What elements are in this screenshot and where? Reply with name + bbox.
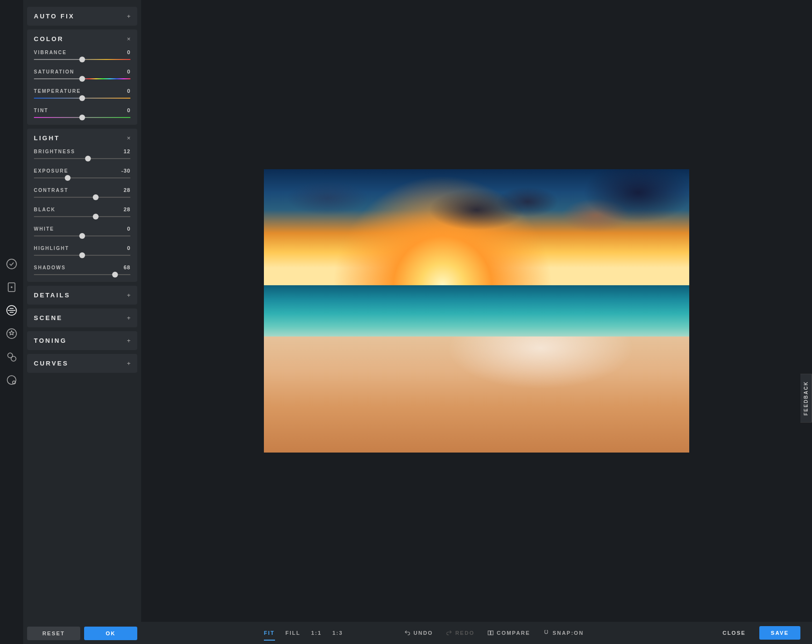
- feedback-tab[interactable]: FEEDBACK: [800, 374, 812, 423]
- slider-contrast: CONTRAST28: [34, 187, 130, 198]
- zoom-1-1[interactable]: 1:1: [311, 630, 322, 636]
- slider-track[interactable]: [34, 177, 130, 178]
- effects-icon[interactable]: [5, 327, 18, 340]
- panel-content: VIBRANCE0SATURATION0TEMPERATURE0TINT0: [34, 49, 130, 118]
- redo-button: REDO: [446, 629, 475, 636]
- panel-header[interactable]: AUTO FIX+: [34, 13, 130, 20]
- plus-icon[interactable]: +: [127, 292, 130, 299]
- shapes-icon[interactable]: [5, 351, 18, 363]
- close-icon[interactable]: ×: [127, 35, 130, 43]
- panel-header[interactable]: SCENE+: [34, 314, 130, 322]
- zoom-fill[interactable]: FILL: [286, 630, 301, 636]
- svg-rect-1: [8, 283, 15, 292]
- wand-icon[interactable]: [5, 258, 18, 270]
- slider-thumb[interactable]: [79, 76, 85, 82]
- panel-header[interactable]: DETAILS+: [34, 292, 130, 299]
- close-button[interactable]: CLOSE: [716, 626, 753, 640]
- slider-value: 0: [127, 88, 130, 94]
- panel-details: DETAILS+: [27, 286, 137, 305]
- slider-track[interactable]: [34, 59, 130, 60]
- compare-button[interactable]: COMPARE: [487, 629, 530, 636]
- slider-thumb[interactable]: [79, 57, 85, 62]
- slider-value: 0: [127, 245, 130, 251]
- close-icon[interactable]: ×: [127, 134, 130, 142]
- slider-track[interactable]: [34, 197, 130, 198]
- adjust-icon[interactable]: [5, 304, 18, 317]
- slider-name: SATURATION: [34, 69, 74, 74]
- slider-value: -30: [121, 168, 130, 174]
- save-button[interactable]: SAVE: [759, 626, 800, 640]
- slider-thumb[interactable]: [85, 156, 91, 161]
- canvas[interactable]: [141, 0, 812, 622]
- panel-title: TONING: [34, 337, 67, 344]
- svg-point-6: [11, 356, 16, 361]
- panel-title: AUTO FIX: [34, 13, 74, 20]
- slider-value: 28: [124, 187, 130, 193]
- panel-toning: TONING+: [27, 331, 137, 350]
- zoom-fit[interactable]: FIT: [264, 630, 275, 636]
- slider-track[interactable]: [34, 274, 130, 275]
- slider-thumb[interactable]: [93, 194, 99, 200]
- slider-exposure: EXPOSURE-30: [34, 168, 130, 178]
- panel-title: SCENE: [34, 314, 63, 322]
- zoom-1-3[interactable]: 1:3: [333, 630, 343, 636]
- slider-value: 0: [127, 69, 130, 74]
- svg-point-7: [7, 376, 16, 384]
- slider-value: 0: [127, 49, 130, 55]
- slider-track[interactable]: [34, 78, 130, 79]
- slider-track[interactable]: [34, 235, 130, 236]
- tool-rail: [0, 0, 23, 644]
- svg-point-0: [7, 259, 16, 269]
- ok-button[interactable]: OK: [84, 627, 137, 640]
- svg-rect-9: [488, 631, 490, 635]
- slider-track[interactable]: [34, 117, 130, 118]
- plus-icon[interactable]: +: [127, 360, 130, 367]
- slider-tint: TINT0: [34, 107, 130, 118]
- slider-thumb[interactable]: [79, 95, 85, 101]
- plus-icon[interactable]: +: [127, 337, 130, 344]
- slider-thumb[interactable]: [93, 214, 99, 220]
- crop-icon[interactable]: [5, 281, 18, 293]
- slider-saturation: SATURATION0: [34, 69, 130, 79]
- slider-track[interactable]: [34, 216, 130, 217]
- panel-header[interactable]: TONING+: [34, 337, 130, 344]
- slider-white: WHITE0: [34, 226, 130, 236]
- panel-title: COLOR: [34, 35, 64, 43]
- reset-button[interactable]: RESET: [27, 627, 80, 640]
- slider-black: BLACK28: [34, 206, 130, 217]
- slider-name: WHITE: [34, 226, 54, 232]
- slider-name: CONTRAST: [34, 188, 69, 193]
- panel-header[interactable]: COLOR×: [34, 35, 130, 43]
- slider-track[interactable]: [34, 255, 130, 256]
- palette-icon[interactable]: [5, 374, 18, 386]
- slider-thumb[interactable]: [79, 115, 85, 120]
- panel-title: CURVES: [34, 360, 69, 367]
- undo-button[interactable]: UNDO: [404, 629, 433, 636]
- slider-value: 68: [124, 264, 130, 270]
- svg-point-2: [11, 287, 12, 288]
- slider-thumb[interactable]: [65, 175, 71, 181]
- panel-content: BRIGHTNESS12EXPOSURE-30CONTRAST28BLACK28…: [34, 148, 130, 275]
- slider-track[interactable]: [34, 98, 130, 99]
- slider-name: TINT: [34, 108, 48, 113]
- plus-icon[interactable]: +: [127, 314, 130, 322]
- panel-curves: CURVES+: [27, 354, 137, 373]
- slider-thumb[interactable]: [112, 272, 118, 278]
- adjustments-sidebar: AUTO FIX+COLOR×VIBRANCE0SATURATION0TEMPE…: [23, 0, 141, 644]
- slider-thumb[interactable]: [79, 252, 85, 258]
- snap-label: SNAP:ON: [552, 630, 584, 636]
- panel-auto-fix: AUTO FIX+: [27, 7, 137, 26]
- zoom-group: FITFILL1:11:3: [264, 630, 343, 636]
- slider-value: 0: [127, 107, 130, 113]
- snap-toggle[interactable]: SNAP:ON: [543, 629, 584, 636]
- slider-thumb[interactable]: [79, 233, 85, 239]
- slider-shadows: SHADOWS68: [34, 264, 130, 275]
- slider-value: 12: [124, 148, 130, 154]
- panel-header[interactable]: LIGHT×: [34, 134, 130, 142]
- svg-rect-10: [491, 631, 493, 635]
- slider-brightness: BRIGHTNESS12: [34, 148, 130, 159]
- plus-icon[interactable]: +: [127, 13, 130, 20]
- panel-header[interactable]: CURVES+: [34, 360, 130, 367]
- slider-name: VIBRANCE: [34, 50, 67, 55]
- slider-track[interactable]: [34, 158, 130, 159]
